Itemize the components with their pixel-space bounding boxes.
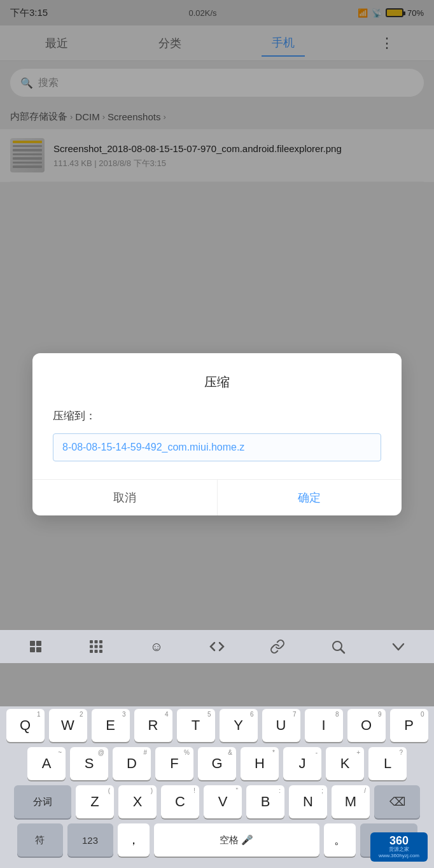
cancel-button[interactable]: 取消 [32,480,218,515]
watermark-brand: 360 [389,835,409,846]
key-u[interactable]: 7U [262,709,300,742]
key-h[interactable]: *H [241,747,279,780]
svg-rect-8 [94,645,97,648]
key-z[interactable]: (Z [76,785,114,818]
svg-rect-9 [99,645,102,648]
key-x[interactable]: )X [118,785,157,818]
toolbar-chevron-down-icon[interactable] [382,634,415,659]
key-f[interactable]: %F [155,747,193,780]
key-w[interactable]: 2W [49,709,87,742]
key-c[interactable]: !C [161,785,199,818]
toolbar-emoji-icon[interactable]: ☺ [140,634,173,659]
dialog-label: 压缩到： [53,409,381,423]
svg-rect-4 [90,640,93,643]
key-symbol[interactable]: 符 [17,823,63,857]
toolbar-search-icon[interactable] [321,634,354,659]
key-b[interactable]: :B [246,785,284,818]
svg-rect-2 [30,647,35,652]
toolbar-link-icon[interactable] [261,634,294,659]
key-backspace[interactable]: ⌫ [374,785,420,818]
key-o[interactable]: 9O [347,709,386,742]
watermark-subtext: 货源之家 www.360hyzj.com [379,846,419,858]
key-space[interactable]: 空格 🎤 [154,823,319,857]
key-j[interactable]: -J [283,747,321,780]
svg-rect-7 [90,645,93,648]
svg-rect-12 [99,650,102,653]
dialog-input-wrap[interactable]: 8-08-08-15-14-59-492_com.miui.home.z [53,433,381,461]
key-q[interactable]: 1Q [6,709,45,742]
key-y[interactable]: 6Y [220,709,258,742]
svg-rect-6 [99,640,102,643]
key-d[interactable]: #D [113,747,151,780]
svg-line-14 [341,650,345,654]
key-t[interactable]: 5T [177,709,215,742]
key-m[interactable]: /M [332,785,370,818]
keyboard-row-1: 1Q 2W 3E 4R 5T 6Y 7U 8I 9O 0P [3,709,431,742]
confirm-button[interactable]: 确定 [218,480,402,515]
key-i[interactable]: 8I [305,709,343,742]
dialog-input[interactable]: 8-08-08-15-14-59-492_com.miui.home.z [62,442,372,453]
key-n[interactable]: ;N [289,785,327,818]
key-p[interactable]: 0P [390,709,428,742]
key-s[interactable]: @S [70,747,108,780]
watermark-360: 360 货源之家 www.360hyzj.com [370,832,428,862]
key-a[interactable]: ~A [27,747,66,780]
key-g[interactable]: &G [198,747,236,780]
svg-rect-1 [36,641,41,646]
toolbar-grid9-icon[interactable] [80,634,113,659]
key-v[interactable]: "V [204,785,242,818]
keyboard-row-2: ~A @S #D %F &G *H -J +K ?L [3,747,431,780]
dialog-title: 压缩 [53,374,381,391]
toolbar-grid4-icon[interactable] [19,634,52,659]
keyboard-toolbar: ☺ [0,630,434,663]
svg-rect-11 [94,650,97,653]
svg-rect-10 [90,650,93,653]
compress-dialog: 压缩 压缩到： 8-08-08-15-14-59-492_com.miui.ho… [32,353,402,515]
key-fenci[interactable]: 分词 [14,785,71,818]
keyboard-row-3: 分词 (Z )X !C "V :B ;N /M ⌫ [3,785,431,818]
key-e[interactable]: 3E [92,709,130,742]
svg-rect-5 [94,640,97,643]
key-123[interactable]: 123 [67,823,113,857]
key-r[interactable]: 4R [134,709,172,742]
key-period[interactable]: 。 [324,823,356,857]
key-comma[interactable]: ， [118,823,150,857]
dialog-buttons: 取消 确定 [32,479,402,515]
keyboard-row-4: 符 123 ， 空格 🎤 。 换行 [3,823,431,857]
key-k[interactable]: +K [326,747,364,780]
toolbar-code-icon[interactable] [200,634,234,659]
svg-rect-0 [30,641,35,646]
keyboard: 1Q 2W 3E 4R 5T 6Y 7U 8I 9O 0P ~A @S #D %… [0,706,434,868]
svg-rect-3 [36,647,41,652]
key-l[interactable]: ?L [368,747,407,780]
